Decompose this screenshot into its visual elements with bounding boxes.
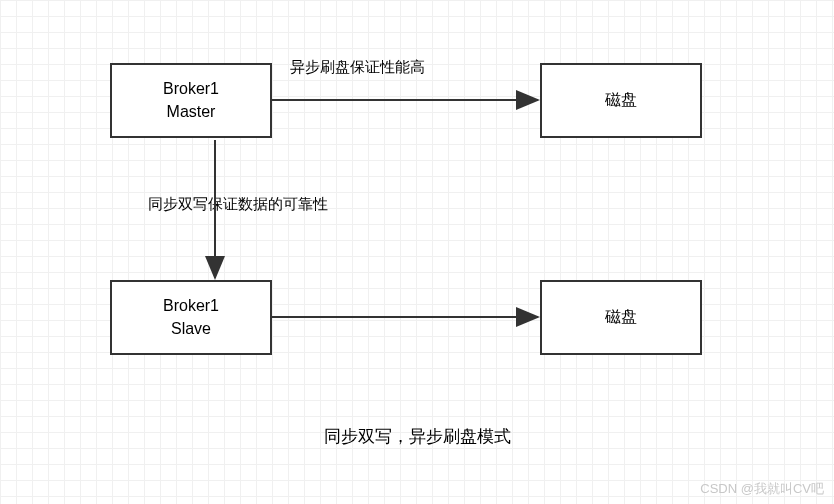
node-disk-bottom: 磁盘	[540, 280, 702, 355]
node-broker-master: Broker1 Master	[110, 63, 272, 138]
watermark-text: CSDN @我就叫CV吧	[700, 480, 824, 498]
node-broker-master-line2: Master	[167, 101, 216, 123]
node-broker-master-line1: Broker1	[163, 78, 219, 100]
node-broker-slave-line1: Broker1	[163, 295, 219, 317]
edge-label-sync: 同步双写保证数据的可靠性	[148, 195, 328, 214]
node-disk-bottom-label: 磁盘	[605, 306, 637, 328]
node-disk-top: 磁盘	[540, 63, 702, 138]
diagram-caption: 同步双写，异步刷盘模式	[0, 425, 834, 448]
node-broker-slave-line2: Slave	[171, 318, 211, 340]
node-broker-slave: Broker1 Slave	[110, 280, 272, 355]
node-disk-top-label: 磁盘	[605, 89, 637, 111]
edge-label-async: 异步刷盘保证性能高	[290, 58, 425, 77]
